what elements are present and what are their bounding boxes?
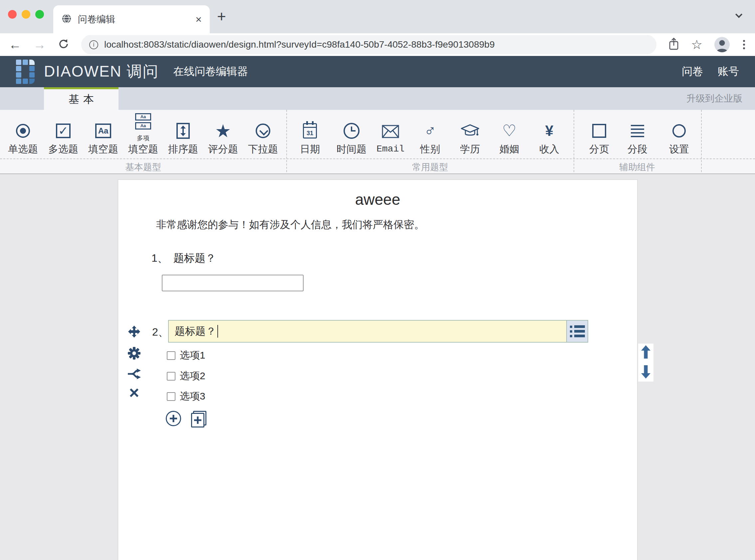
gear-icon[interactable]	[127, 346, 142, 361]
move-icon[interactable]	[127, 324, 142, 339]
editor-tab-strip: 基本 升级到企业版	[0, 87, 755, 110]
profile-avatar[interactable]	[714, 37, 730, 52]
checkbox[interactable]	[167, 372, 176, 381]
nav-survey[interactable]: 问卷	[682, 64, 703, 79]
text-cursor	[217, 325, 218, 338]
dropdown-icon	[256, 121, 270, 140]
caption-auxiliary: 辅助组件	[587, 161, 687, 173]
checkbox[interactable]	[167, 392, 176, 401]
multi-fill-blank-icon: AaAa	[135, 112, 151, 131]
window-minimize-button[interactable]	[22, 10, 30, 19]
product-title: 在线问卷编辑器	[174, 64, 248, 79]
checkbox[interactable]	[167, 351, 176, 360]
move-down-icon[interactable]	[641, 365, 651, 380]
tab-basic[interactable]: 基本	[44, 87, 119, 110]
move-up-icon[interactable]	[641, 345, 651, 360]
caption-basic-types: 基本题型	[93, 161, 193, 173]
add-option-button[interactable]	[166, 411, 181, 426]
option-list-icon	[570, 325, 585, 337]
question-toolbar: 单选题 ✓ 多选题 Aa 填空题 AaAa 多项 填空题 排序题 ★ 评分题	[0, 110, 755, 174]
section-icon	[631, 121, 644, 140]
question-move-controls	[638, 344, 653, 382]
back-icon[interactable]: ←	[9, 38, 21, 51]
traffic-lights	[8, 10, 44, 19]
upgrade-link[interactable]: 升级到企业版	[687, 87, 742, 110]
sort-icon	[177, 121, 190, 140]
option-label: 选项2	[180, 369, 205, 383]
tabs-chevron-icon[interactable]	[734, 12, 744, 20]
browser-tab-bar: 问卷编辑 × +	[0, 0, 755, 33]
question-number: 1、	[151, 251, 168, 266]
nav-account[interactable]: 账号	[718, 64, 739, 79]
option-row[interactable]: 选项1	[167, 348, 205, 362]
survey-card: aweee 非常感谢您的参与！如有涉及个人信息，我们将严格保密。 1、 题标题？…	[118, 179, 637, 560]
divider	[0, 159, 755, 159]
browser-tab[interactable]: 问卷编辑 ×	[53, 5, 210, 33]
fill-blank-icon: Aa	[95, 121, 111, 140]
batch-add-option-button[interactable]	[191, 411, 206, 427]
close-icon[interactable]: ×	[196, 14, 202, 25]
brand-name: DIAOWEN 调问	[44, 61, 159, 82]
education-icon	[461, 121, 480, 140]
email-icon	[382, 122, 399, 141]
bookmark-star-icon[interactable]: ☆	[691, 38, 702, 51]
globe-icon	[61, 13, 72, 25]
tab-title: 问卷编辑	[78, 13, 196, 26]
caption-common-types: 常用题型	[380, 161, 480, 173]
survey-description[interactable]: 非常感谢您的参与！如有涉及个人信息，我们将严格保密。	[156, 218, 425, 232]
window-close-button[interactable]	[8, 10, 17, 19]
share-icon[interactable]	[669, 37, 679, 52]
rating-star-icon: ★	[215, 121, 231, 140]
survey-title[interactable]: aweee	[118, 191, 637, 208]
question-title-text: 题标题？	[175, 324, 216, 338]
new-tab-button[interactable]: +	[217, 7, 226, 25]
option-row[interactable]: 选项2	[167, 369, 205, 383]
question-2-title-input[interactable]: 题标题？	[168, 320, 567, 343]
window-zoom-button[interactable]	[35, 10, 44, 19]
question-title-text: 题标题？	[174, 251, 216, 266]
question-1-answer-input[interactable]	[162, 275, 304, 291]
option-label: 选项3	[180, 389, 205, 403]
tool-settings[interactable]: 设置	[651, 110, 708, 159]
date-icon: 31	[303, 121, 317, 140]
app-header: DIAOWEN 调问 在线问卷编辑器 问卷 账号	[0, 56, 755, 87]
marriage-heart-icon: ♡	[502, 121, 516, 140]
logic-branch-icon[interactable]	[127, 366, 142, 381]
forward-icon[interactable]: →	[33, 38, 46, 51]
time-icon	[344, 121, 360, 140]
radio-icon	[16, 121, 30, 140]
browser-window: 问卷编辑 × + ← → i localhost:8083/static/dia…	[0, 0, 755, 560]
info-icon[interactable]: i	[89, 40, 98, 49]
question-1-title[interactable]: 1、 题标题？	[151, 251, 216, 266]
gender-icon: ♂	[424, 121, 436, 140]
settings-icon	[672, 121, 686, 140]
menu-dots-icon[interactable]	[742, 39, 746, 51]
reload-icon[interactable]	[58, 38, 69, 51]
editor-canvas: aweee 非常感谢您的参与！如有涉及个人信息，我们将严格保密。 1、 题标题？…	[0, 174, 755, 560]
url-text: localhost:8083/static/diaowen/design.htm…	[104, 39, 495, 50]
option-list-button[interactable]	[566, 320, 588, 343]
browser-toolbar: ← → i localhost:8083/static/diaowen/desi…	[0, 33, 755, 56]
income-yen-icon: ¥	[545, 121, 553, 140]
brand-logo	[16, 60, 35, 84]
question-number: 2、	[152, 325, 169, 340]
option-row[interactable]: 选项3	[167, 389, 205, 403]
option-label: 选项1	[180, 348, 205, 362]
checkbox-icon: ✓	[56, 121, 70, 140]
paging-icon	[592, 121, 606, 140]
address-bar[interactable]: i localhost:8083/static/diaowen/design.h…	[81, 35, 656, 54]
delete-icon[interactable]: ×	[127, 385, 142, 400]
tool-income[interactable]: ¥ 收入	[521, 110, 577, 159]
